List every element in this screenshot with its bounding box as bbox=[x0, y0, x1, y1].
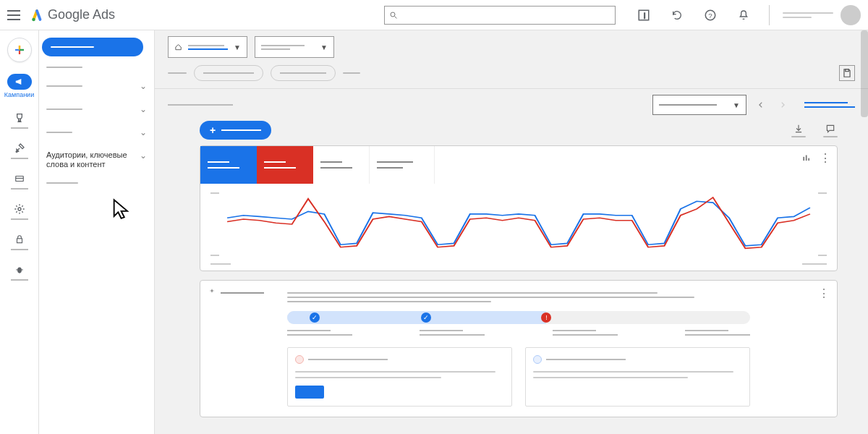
next-period-button[interactable] bbox=[775, 98, 790, 112]
svg-rect-21 bbox=[806, 156, 807, 161]
chevron-down-icon: ⌄ bbox=[140, 127, 147, 137]
status-dot-warning bbox=[295, 355, 304, 364]
gear-icon bbox=[13, 203, 26, 216]
download-button[interactable] bbox=[791, 124, 806, 137]
view-mode-link[interactable] bbox=[804, 102, 855, 108]
rail-security[interactable] bbox=[0, 231, 38, 252]
rail-billing[interactable] bbox=[0, 171, 38, 191]
filter-chip-1[interactable] bbox=[194, 65, 263, 81]
setup-progress: ✓✓! bbox=[287, 311, 750, 324]
card-menu-icon[interactable]: ⋮ bbox=[818, 286, 830, 300]
menu-icon[interactable] bbox=[7, 10, 20, 20]
date-range-dropdown[interactable]: ▼ bbox=[652, 95, 746, 115]
svg-rect-20 bbox=[803, 157, 804, 161]
svg-rect-4 bbox=[644, 12, 645, 19]
tools-icon bbox=[13, 142, 26, 155]
side-panel: ⌄ ⌄ ⌄ Аудитории, ключевые слова и контен… bbox=[39, 30, 155, 434]
caret-down-icon: ▼ bbox=[320, 43, 328, 51]
product-name-second: Ads bbox=[93, 7, 115, 22]
plus-multicolor-icon bbox=[13, 43, 26, 56]
header-actions: ? bbox=[637, 9, 750, 22]
rail-campaigns[interactable]: Кампании bbox=[0, 72, 38, 100]
product-name-first: Google bbox=[48, 7, 90, 22]
svg-point-1 bbox=[391, 12, 395, 17]
prev-period-button[interactable] bbox=[754, 98, 768, 112]
campaign-dropdown[interactable]: ▼ bbox=[255, 36, 334, 58]
svg-point-0 bbox=[32, 17, 35, 21]
chart-x-axis bbox=[200, 263, 837, 271]
account-dropdown[interactable]: ▼ bbox=[168, 36, 247, 58]
action-row: + bbox=[168, 121, 855, 140]
main-content: ▼ ▼ ▼ + bbox=[155, 30, 868, 434]
avatar[interactable] bbox=[841, 5, 861, 25]
side-item-audiences-label: Аудитории, ключевые слова и контент bbox=[46, 150, 133, 169]
side-item-5[interactable] bbox=[45, 179, 148, 187]
rail-bug[interactable] bbox=[0, 262, 38, 282]
help-icon[interactable]: ? bbox=[704, 9, 717, 22]
scope-row: ▼ ▼ bbox=[168, 36, 855, 58]
performance-chart bbox=[224, 190, 814, 259]
feedback-button[interactable] bbox=[823, 124, 838, 137]
scrollbar[interactable] bbox=[861, 30, 868, 117]
app-header: Google Ads ? bbox=[0, 0, 868, 30]
rail-goals[interactable] bbox=[0, 110, 38, 130]
ads-logo-icon bbox=[30, 9, 43, 22]
metric-tab-3[interactable] bbox=[313, 146, 370, 184]
product-logo[interactable]: Google Ads bbox=[30, 7, 115, 22]
chat-icon bbox=[825, 124, 835, 134]
side-item-audiences[interactable]: Аудитории, ключевые слова и контент ⌄ bbox=[45, 148, 148, 172]
side-item-1[interactable] bbox=[45, 64, 148, 71]
plus-icon: + bbox=[210, 124, 216, 136]
create-button[interactable] bbox=[7, 38, 32, 62]
chevron-down-icon: ⌄ bbox=[140, 81, 147, 91]
account-switcher[interactable] bbox=[769, 5, 861, 25]
filter-chips bbox=[168, 65, 855, 81]
notifications-icon[interactable] bbox=[737, 9, 750, 22]
chevron-down-icon: ⌄ bbox=[140, 104, 147, 114]
rail-tools[interactable] bbox=[0, 140, 38, 161]
section-header-row: ▼ bbox=[168, 95, 855, 115]
side-item-4[interactable]: ⌄ bbox=[45, 124, 148, 140]
recommendation-card-1[interactable] bbox=[287, 347, 512, 407]
search-icon bbox=[389, 11, 398, 20]
performance-card: ⋮ bbox=[200, 145, 838, 271]
reports-icon[interactable] bbox=[637, 9, 650, 22]
caret-down-icon: ▼ bbox=[733, 101, 740, 109]
svg-point-16 bbox=[17, 268, 22, 273]
side-item-2[interactable]: ⌄ bbox=[45, 78, 148, 94]
svg-rect-19 bbox=[846, 69, 849, 72]
trophy-icon bbox=[13, 111, 26, 124]
setup-card: ⋮ ✓✓! bbox=[200, 280, 838, 417]
side-active-item[interactable] bbox=[42, 38, 143, 56]
search-field[interactable] bbox=[402, 10, 610, 20]
download-icon bbox=[793, 124, 804, 134]
filter-chip-2[interactable] bbox=[271, 65, 336, 81]
side-item-3[interactable]: ⌄ bbox=[45, 101, 148, 117]
megaphone-icon bbox=[14, 77, 25, 87]
chevron-down-icon: ⌄ bbox=[140, 150, 147, 161]
chart-settings-icon[interactable] bbox=[801, 152, 812, 163]
bug-icon bbox=[13, 263, 26, 276]
metric-tab-4[interactable] bbox=[370, 146, 435, 184]
recommendation-card-2[interactable] bbox=[525, 347, 750, 407]
caret-down-icon: ▼ bbox=[234, 43, 241, 51]
svg-rect-22 bbox=[808, 158, 809, 161]
search-container bbox=[384, 6, 616, 25]
nav-rail: Кампании bbox=[0, 30, 39, 434]
card-icon bbox=[13, 172, 26, 185]
rail-admin[interactable] bbox=[0, 201, 38, 221]
add-button[interactable]: + bbox=[200, 121, 271, 140]
status-dot-info bbox=[533, 355, 542, 364]
rail-campaigns-label: Кампании bbox=[4, 91, 34, 98]
home-icon bbox=[174, 42, 182, 52]
refresh-icon[interactable] bbox=[671, 9, 684, 22]
svg-line-2 bbox=[395, 16, 397, 18]
svg-point-14 bbox=[18, 208, 21, 210]
search-input[interactable] bbox=[384, 6, 616, 25]
recommendation-cta-1[interactable] bbox=[295, 386, 324, 399]
metric-tab-1[interactable] bbox=[200, 146, 257, 184]
save-view-icon[interactable] bbox=[839, 65, 855, 81]
progress-step-labels bbox=[287, 330, 750, 336]
metric-tab-2[interactable] bbox=[257, 146, 313, 184]
card-menu-icon[interactable]: ⋮ bbox=[820, 152, 831, 163]
